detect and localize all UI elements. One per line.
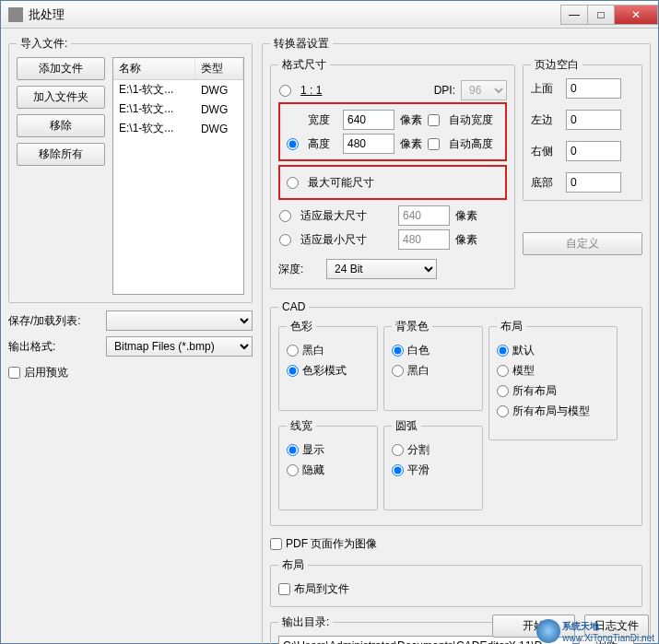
- table-row[interactable]: E:\1-软文...DWG: [113, 80, 243, 100]
- app-icon: [8, 7, 23, 22]
- maximize-button[interactable]: □: [587, 5, 615, 25]
- remove-button[interactable]: 移除: [17, 114, 105, 137]
- pdf-as-image-checkbox[interactable]: [270, 538, 282, 550]
- width-label: 宽度: [308, 112, 337, 128]
- pdf-as-image-label: PDF 页面作为图像: [286, 536, 377, 552]
- layout-file-group: 布局 布局到文件: [270, 557, 642, 607]
- output-dir-legend: 输出目录:: [278, 615, 333, 630]
- pixel-label: 像素: [455, 208, 477, 224]
- close-button[interactable]: ✕: [614, 5, 658, 25]
- auto-width-checkbox[interactable]: [428, 114, 440, 126]
- layout-default-radio[interactable]: [497, 345, 509, 357]
- output-format-label: 输出格式:: [8, 339, 100, 355]
- margin-top-input[interactable]: [566, 78, 621, 99]
- bg-white-radio[interactable]: [392, 345, 404, 357]
- watermark-logo-icon: [536, 619, 560, 643]
- color-group: 色彩 黑白 色彩模式: [278, 319, 378, 411]
- color-legend: 色彩: [287, 319, 316, 334]
- height-input[interactable]: [343, 134, 394, 154]
- title-bar: 批处理 — □ ✕: [1, 1, 658, 29]
- fit-max-label: 适应最大尺寸: [300, 208, 393, 224]
- cad-legend: CAD: [278, 300, 309, 313]
- depth-select[interactable]: 24 Bit: [326, 259, 437, 279]
- layout-allmodel-radio[interactable]: [497, 405, 509, 417]
- table-row[interactable]: E:\1-软文...DWG: [113, 119, 243, 138]
- bgcolor-legend: 背景色: [392, 319, 432, 334]
- col-type[interactable]: 类型: [195, 58, 243, 80]
- saveload-list-select[interactable]: [106, 310, 253, 331]
- max-possible-highlight: 最大可能尺寸: [278, 165, 507, 200]
- height-label: 高度: [308, 136, 337, 152]
- layout-all-radio[interactable]: [497, 385, 509, 397]
- color-bw-radio[interactable]: [287, 345, 299, 357]
- auto-width-label: 自动宽度: [449, 112, 493, 128]
- minimize-button[interactable]: —: [560, 5, 588, 25]
- linewidth-group: 线宽 显示 隐藏: [278, 418, 378, 510]
- pixel-label: 像素: [455, 232, 477, 248]
- margin-left-label: 左边: [531, 112, 566, 128]
- layout-file-legend: 布局: [278, 557, 308, 573]
- arc-smooth-radio[interactable]: [392, 464, 404, 476]
- format-size-group: 格式尺寸 1 : 1 DPI: 96 宽度: [270, 57, 515, 289]
- layout-to-file-checkbox[interactable]: [278, 583, 290, 595]
- margin-top-label: 上面: [531, 81, 566, 97]
- converter-legend: 转换器设置: [270, 36, 333, 52]
- bgcolor-group: 背景色 白色 黑白: [383, 319, 483, 411]
- table-row[interactable]: E:\1-软文...DWG: [113, 100, 243, 119]
- fit-min-input[interactable]: [398, 229, 450, 250]
- fit-max-input[interactable]: [398, 205, 450, 226]
- add-file-button[interactable]: 添加文件: [17, 57, 105, 80]
- fit-min-label: 适应最小尺寸: [300, 232, 393, 248]
- enable-preview-label: 启用预览: [24, 365, 68, 381]
- layout-legend: 布局: [497, 319, 526, 334]
- bg-black-radio[interactable]: [392, 365, 404, 377]
- saveload-list-label: 保存/加载列表:: [8, 313, 100, 329]
- linewidth-legend: 线宽: [287, 418, 316, 434]
- arc-split-radio[interactable]: [392, 444, 404, 456]
- cad-group: CAD 色彩 黑白 色彩模式 线宽 显示 隐藏: [270, 300, 642, 526]
- custom-button[interactable]: 自定义: [523, 232, 642, 255]
- margins-group: 页边空白 上面 左边 右侧 底部: [523, 57, 642, 201]
- size-fitmax-radio[interactable]: [279, 210, 291, 222]
- arc-group: 圆弧 分割 平滑: [383, 418, 483, 510]
- output-format-select[interactable]: Bitmap Files (*.bmp): [106, 336, 253, 357]
- import-files-group: 导入文件: 添加文件 加入文件夹 移除 移除所有 名称 类型: [8, 36, 253, 303]
- margin-bottom-input[interactable]: [566, 172, 621, 193]
- add-folder-button[interactable]: 加入文件夹: [17, 86, 105, 109]
- color-mode-radio[interactable]: [287, 365, 299, 377]
- size-1to1-label: 1 : 1: [300, 84, 322, 97]
- size-custom-radio[interactable]: [287, 138, 299, 150]
- margin-right-input[interactable]: [566, 141, 621, 161]
- format-size-legend: 格式尺寸: [278, 57, 330, 73]
- margins-legend: 页边空白: [531, 57, 583, 73]
- dpi-select[interactable]: 96: [461, 80, 507, 100]
- window-title: 批处理: [29, 6, 561, 23]
- depth-label: 深度:: [278, 262, 321, 277]
- pixel-label: 像素: [400, 112, 422, 128]
- margin-right-label: 右侧: [531, 144, 566, 159]
- batch-window: 批处理 — □ ✕ 导入文件: 添加文件 加入文件夹 移除 移除所有: [0, 0, 659, 644]
- auto-height-label: 自动高度: [449, 136, 493, 152]
- import-legend: 导入文件:: [17, 36, 71, 52]
- file-list[interactable]: 名称 类型 E:\1-软文...DWG E:\1-软文...DWG E:\1-软…: [112, 57, 244, 295]
- custom-size-highlight: 宽度 像素 自动宽度 高度 像素: [278, 102, 507, 161]
- dpi-label: DPI:: [434, 84, 455, 97]
- enable-preview-checkbox[interactable]: [8, 367, 20, 379]
- width-input[interactable]: [343, 110, 394, 130]
- auto-height-checkbox[interactable]: [428, 138, 440, 150]
- size-fitmin-radio[interactable]: [279, 234, 291, 246]
- pixel-label: 像素: [400, 136, 422, 152]
- margin-left-input[interactable]: [566, 110, 621, 130]
- max-possible-label: 最大可能尺寸: [308, 175, 374, 191]
- remove-all-button[interactable]: 移除所有: [17, 143, 105, 166]
- size-1to1-radio[interactable]: [279, 85, 291, 97]
- lw-show-radio[interactable]: [287, 444, 299, 456]
- layout-model-radio[interactable]: [497, 365, 509, 377]
- margin-bottom-label: 底部: [531, 175, 566, 191]
- lw-hide-radio[interactable]: [287, 464, 299, 476]
- watermark-brand: 系统天地: [562, 620, 654, 633]
- size-maxpossible-radio[interactable]: [287, 177, 299, 189]
- watermark: 系统天地 www.XiTongTianDi.net: [536, 619, 654, 643]
- col-name[interactable]: 名称: [113, 58, 195, 80]
- arc-legend: 圆弧: [392, 418, 421, 434]
